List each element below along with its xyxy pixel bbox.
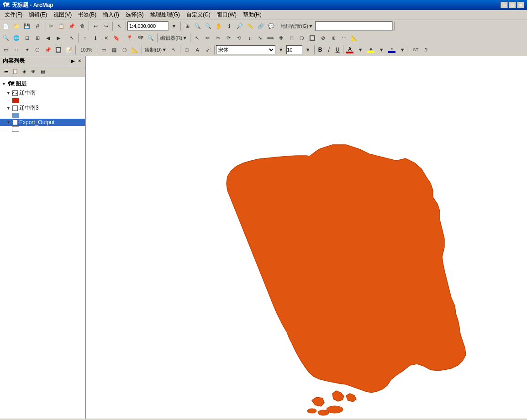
menu-insert[interactable]: 插入(I) <box>100 10 121 20</box>
highlight-color-button[interactable]: ◈ <box>366 45 376 54</box>
geo-config-input[interactable] <box>315 21 393 31</box>
toc-drawing-order[interactable]: 📋 <box>11 68 19 76</box>
font-select[interactable]: 宋体 <box>216 45 275 54</box>
back-btn[interactable]: ◀ <box>43 33 53 43</box>
fill-dropdown[interactable]: ▼ <box>397 45 407 55</box>
checkbox-liaozhongnan3[interactable] <box>12 105 18 111</box>
copy-btn[interactable]: 📋 <box>56 21 66 31</box>
undo-btn[interactable]: ↩ <box>90 21 100 31</box>
text-box[interactable]: □ <box>182 45 192 55</box>
menu-select[interactable]: 选择(S) <box>123 10 147 20</box>
menu-edit[interactable]: 编辑(E) <box>26 10 50 20</box>
measure-btn[interactable]: 📏 <box>245 21 255 31</box>
mapnav[interactable]: 🗺 <box>135 33 145 43</box>
globe-btn[interactable]: 🌐 <box>11 33 21 43</box>
menu-geoprocessing[interactable]: 地理处理(G) <box>148 10 183 20</box>
arrow-tool[interactable]: ↑ <box>80 33 90 43</box>
draw6[interactable]: 🔲 <box>53 45 63 55</box>
layers-expand-icon[interactable]: ▼ <box>2 82 6 86</box>
edit1[interactable]: ↖ <box>192 33 202 43</box>
print-btn[interactable]: 🖨 <box>32 21 42 31</box>
pan-btn[interactable]: ✋ <box>214 21 224 31</box>
menu-window[interactable]: 窗口(W) <box>214 10 239 20</box>
delete-btn[interactable]: 🗑 <box>77 21 87 31</box>
edit7[interactable]: ⤡ <box>255 33 265 43</box>
minimize-button[interactable]: ─ <box>501 2 508 8</box>
save-btn[interactable]: 💾 <box>22 21 32 31</box>
draw1[interactable]: ▭ <box>1 45 11 55</box>
toc-list-view[interactable]: ☰ <box>2 68 10 76</box>
editor-label[interactable]: 编辑器(R)▼ <box>159 35 189 42</box>
draw-pointer[interactable]: ↖ <box>169 45 179 55</box>
edit8[interactable]: ⟹ <box>265 33 275 43</box>
menu-customize[interactable]: 自定义(C) <box>184 10 213 20</box>
extent-btn[interactable]: ⊟ <box>22 33 32 43</box>
font-size-input[interactable] <box>286 45 302 54</box>
edit10[interactable]: ◻ <box>286 33 296 43</box>
draw-label[interactable]: 绘制(D)▼ <box>143 47 168 53</box>
paste-btn[interactable]: 📌 <box>67 21 77 31</box>
toc-item-liaozhongnan[interactable]: ▼ ✓ 辽中南 <box>0 89 85 97</box>
select-features[interactable]: ↖ <box>67 33 77 43</box>
edit13[interactable]: ⊘ <box>318 33 328 43</box>
menu-bookmark[interactable]: 书签(B) <box>75 10 99 20</box>
draw3[interactable]: ✦ <box>22 45 32 55</box>
extent2-btn[interactable]: ⊞ <box>32 33 42 43</box>
toc-selection[interactable]: ▤ <box>38 68 47 76</box>
redo-btn[interactable]: ↪ <box>101 21 111 31</box>
highlight-dropdown[interactable]: ▼ <box>376 45 386 55</box>
font-dropdown[interactable]: ▼ <box>276 45 286 55</box>
edit6[interactable]: ↕ <box>244 33 254 43</box>
clear-sel[interactable]: ✕ <box>101 33 111 43</box>
open-btn[interactable]: 📁 <box>11 21 21 31</box>
menu-file[interactable]: 文件(F) <box>2 10 25 20</box>
hyperlink-btn[interactable]: 🔗 <box>256 21 266 31</box>
draw9[interactable]: ▦ <box>109 45 119 55</box>
map-area[interactable] <box>86 56 527 419</box>
geo-config-label[interactable]: 地理配置(G)▼ <box>279 23 315 30</box>
edit15[interactable]: ⋯ <box>339 33 349 43</box>
find-btn[interactable]: 🔎 <box>235 21 245 31</box>
edit2[interactable]: ✏ <box>202 33 212 43</box>
expand-export-output[interactable]: ▼ <box>6 120 11 125</box>
edit14[interactable]: ⊕ <box>328 33 338 43</box>
font-size-dropdown[interactable]: ▼ <box>303 45 313 55</box>
edit4[interactable]: ⟳ <box>223 33 233 43</box>
checkbox-export-output[interactable] <box>12 120 18 125</box>
num-input[interactable]: 100% <box>77 45 95 55</box>
draw7[interactable]: 📝 <box>64 45 74 55</box>
pin-icon[interactable]: ▶ <box>70 58 76 63</box>
edit5[interactable]: ⟲ <box>234 33 244 43</box>
zoom-out-btn[interactable]: 🔍 <box>203 21 213 31</box>
underline-button[interactable]: U <box>333 45 342 54</box>
close-button[interactable]: ✕ <box>517 2 524 8</box>
close-sidebar-icon[interactable]: ✕ <box>77 58 82 63</box>
edit12[interactable]: 🔲 <box>307 33 317 43</box>
menu-view[interactable]: 视图(V) <box>51 10 74 20</box>
draw2[interactable]: ○ <box>11 45 21 55</box>
cut-btn[interactable]: ✂ <box>46 21 56 31</box>
toc-source[interactable]: ◈ <box>20 68 28 76</box>
toc-item-export-output[interactable]: ▼ Export_Output <box>0 119 85 126</box>
expand-liaozhongnan[interactable]: ▼ <box>6 91 11 95</box>
pointer-btn[interactable]: ↖ <box>114 21 124 31</box>
search-btn[interactable]: 🔍 <box>146 33 156 43</box>
new-btn[interactable]: 📄 <box>1 21 11 31</box>
forward-btn[interactable]: ▶ <box>53 33 63 43</box>
edit16[interactable]: 📐 <box>349 33 359 43</box>
bold-button[interactable]: B <box>316 45 324 54</box>
text-tool[interactable]: A <box>192 45 202 55</box>
html-popup-btn[interactable]: 💬 <box>266 21 276 31</box>
draw11[interactable]: 📐 <box>130 45 140 55</box>
zoom-in-btn[interactable]: 🔍 <box>193 21 203 31</box>
menu-help[interactable]: 帮助(H) <box>240 10 264 20</box>
draw8[interactable]: ▭ <box>99 45 109 55</box>
font-color-button[interactable]: A <box>345 45 355 54</box>
scale-dropdown[interactable]: ▼ <box>169 21 179 31</box>
goto-xy[interactable]: 📍 <box>125 33 135 43</box>
edit9[interactable]: ✚ <box>276 33 286 43</box>
checkbox-liaozhongnan[interactable]: ✓ <box>12 90 18 96</box>
draw5[interactable]: 📌 <box>43 45 53 55</box>
bookmark2[interactable]: 🔖 <box>111 33 121 43</box>
maximize-button[interactable]: □ <box>509 2 516 8</box>
